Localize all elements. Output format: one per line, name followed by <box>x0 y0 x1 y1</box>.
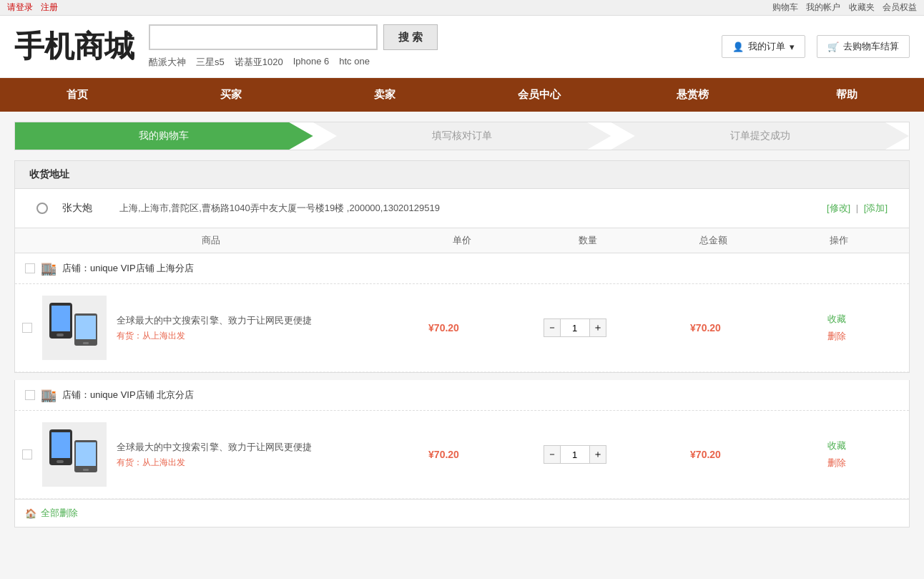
header-center: 搜 索 酷派大神 三星s5 诺基亚1020 Iphone 6 htc one <box>149 24 438 69</box>
cart-icon: 🛒 <box>827 42 839 52</box>
product-row-2: 全球最大的中文搜索引擎、致力于让网民更便捷 有货：从上海出发 ¥70.20 － … <box>15 411 909 499</box>
product-actions-2: 收藏 删除 <box>771 439 902 469</box>
product-row-1: 全球最大的中文搜索引擎、致力于让网民更便捷 有货：从上海出发 ¥70.20 － … <box>15 284 909 372</box>
qty-decrease-2[interactable]: － <box>544 445 561 464</box>
register-link[interactable]: 注册 <box>41 2 58 12</box>
header-right: 👤 我的订单 ▾ 🛒 去购物车结算 <box>722 35 910 58</box>
header: 手机商城 搜 索 酷派大神 三星s5 诺基亚1020 Iphone 6 htc … <box>0 16 924 78</box>
cart-checkout-button[interactable]: 🛒 去购物车结算 <box>817 35 910 58</box>
svg-rect-7 <box>51 432 70 458</box>
hint-1[interactable]: 酷派大神 <box>149 56 186 69</box>
cart-link[interactable]: 购物车 <box>772 2 798 12</box>
svg-rect-10 <box>76 442 96 466</box>
col-action-header: 操作 <box>776 234 902 247</box>
svg-rect-5 <box>83 342 89 344</box>
product-qty-2: － ＋ <box>509 445 640 464</box>
search-button[interactable]: 搜 索 <box>383 24 438 50</box>
qty-decrease-1[interactable]: － <box>544 318 561 337</box>
top-bar-right: 购物车 我的帐户 收藏夹 会员权益 <box>767 1 917 14</box>
my-order-button[interactable]: 👤 我的订单 ▾ <box>722 35 805 58</box>
nav-buyer[interactable]: 买家 <box>154 78 308 112</box>
product-img-1 <box>42 296 107 360</box>
product-qty-1: － ＋ <box>509 318 640 337</box>
address-radio[interactable] <box>36 203 48 214</box>
hint-5[interactable]: htc one <box>339 56 370 69</box>
shop-section-2: 🏬 店铺：unique VIP店铺 北京分店 全球最大的中文搜索引擎、致力于让网… <box>14 380 910 500</box>
membership-link[interactable]: 会员权益 <box>883 2 917 12</box>
product-price-2: ¥70.20 <box>378 449 509 460</box>
nav-help[interactable]: 帮助 <box>770 78 924 112</box>
hint-4[interactable]: Iphone 6 <box>293 56 330 69</box>
product-title-1: 全球最大的中文搜索引擎、致力于让网民更便捷 <box>117 314 378 327</box>
main-nav: 首页 买家 卖家 会员中心 悬赏榜 帮助 <box>0 78 924 112</box>
address-name: 张大炮 <box>62 202 105 215</box>
modify-link[interactable]: [修改] <box>827 203 850 213</box>
shop-section-1: 🏬 店铺：unique VIP店铺 上海分店 全球最大的中文搜索引擎、致力于让网… <box>14 253 910 373</box>
product-total-1: ¥70.20 <box>640 322 771 334</box>
shop-checkbox-2[interactable] <box>25 390 35 400</box>
shop-checkbox-1[interactable] <box>25 263 35 273</box>
product-stock-1: 有货：从上海出发 <box>117 330 378 342</box>
progress-step-confirm: 填写核对订单 <box>313 122 611 150</box>
table-header: 商品 单价 数量 总金额 操作 <box>14 228 910 253</box>
dropdown-icon: ▾ <box>790 42 795 52</box>
favorites-link[interactable]: 收藏夹 <box>849 2 875 12</box>
bottom-bar: 🏠 全部删除 <box>14 500 910 527</box>
login-link[interactable]: 请登录 <box>7 2 33 12</box>
product-price-1: ¥70.20 <box>378 322 509 334</box>
add-link[interactable]: [添加] <box>864 203 888 213</box>
address-row: 张大炮 上海,上海市,普陀区,曹杨路1040弄中友大厦一号楼19楼 ,20000… <box>14 189 910 228</box>
svg-rect-1 <box>51 306 70 331</box>
shop-name-2: 店铺：unique VIP店铺 北京分店 <box>62 389 194 402</box>
col-price-header: 单价 <box>399 234 525 247</box>
person-icon: 👤 <box>732 42 744 52</box>
delete-link-2[interactable]: 删除 <box>827 457 846 469</box>
address-actions: [修改] | [添加] <box>827 202 888 215</box>
shop-name-1: 店铺：unique VIP店铺 上海分店 <box>62 262 194 275</box>
hint-2[interactable]: 三星s5 <box>196 56 225 69</box>
top-bar: 请登录 注册 购物车 我的帐户 收藏夹 会员权益 <box>0 0 924 16</box>
shop-icon-2: 🏬 <box>41 387 56 403</box>
qty-increase-2[interactable]: ＋ <box>589 445 606 464</box>
svg-rect-2 <box>56 334 64 336</box>
svg-rect-8 <box>56 460 64 463</box>
top-bar-left: 请登录 注册 <box>7 1 64 14</box>
product-title-2: 全球最大的中文搜索引擎、致力于让网民更便捷 <box>117 441 378 454</box>
svg-rect-4 <box>76 316 96 339</box>
account-link[interactable]: 我的帐户 <box>806 2 840 12</box>
nav-member[interactable]: 会员中心 <box>462 78 616 112</box>
product-total-2: ¥70.20 <box>640 449 771 460</box>
action-separator: | <box>856 203 858 213</box>
qty-input-1[interactable] <box>561 318 589 337</box>
search-input[interactable] <box>149 24 378 50</box>
nav-reward[interactable]: 悬赏榜 <box>616 78 770 112</box>
progress-step-success: 订单提交成功 <box>611 122 909 150</box>
product-checkbox-1[interactable] <box>22 323 32 333</box>
delete-link-1[interactable]: 删除 <box>827 330 846 343</box>
home-icon: 🏠 <box>25 508 36 519</box>
shop-icon-1: 🏬 <box>41 261 56 276</box>
qty-increase-1[interactable]: ＋ <box>589 318 606 337</box>
address-detail: 上海,上海市,普陀区,曹杨路1040弄中友大厦一号楼19楼 ,200000,13… <box>119 202 812 215</box>
qty-input-2[interactable] <box>561 445 589 464</box>
delete-all-link[interactable]: 全部删除 <box>41 507 78 520</box>
product-stock-2: 有货：从上海出发 <box>117 457 378 469</box>
product-actions-1: 收藏 删除 <box>771 313 902 343</box>
cart-label: 去购物车结算 <box>843 40 899 53</box>
site-logo: 手机商城 <box>14 31 134 62</box>
product-info-2: 全球最大的中文搜索引擎、致力于让网民更便捷 有货：从上海出发 <box>117 441 378 469</box>
address-section-header: 收货地址 <box>14 160 910 189</box>
nav-home[interactable]: 首页 <box>0 78 154 112</box>
shop-header-1: 🏬 店铺：unique VIP店铺 上海分店 <box>15 253 909 284</box>
save-link-1[interactable]: 收藏 <box>827 313 846 326</box>
shop-header-2: 🏬 店铺：unique VIP店铺 北京分店 <box>15 380 909 411</box>
progress-step-cart: 我的购物车 <box>15 122 313 150</box>
col-qty-header: 数量 <box>525 234 651 247</box>
progress-bar: 我的购物车 填写核对订单 订单提交成功 <box>14 122 910 150</box>
product-checkbox-2[interactable] <box>22 449 32 459</box>
nav-seller[interactable]: 卖家 <box>308 78 462 112</box>
save-link-2[interactable]: 收藏 <box>827 439 846 452</box>
col-total-header: 总金额 <box>651 234 777 247</box>
hint-3[interactable]: 诺基亚1020 <box>235 56 283 69</box>
product-img-2 <box>42 422 107 487</box>
